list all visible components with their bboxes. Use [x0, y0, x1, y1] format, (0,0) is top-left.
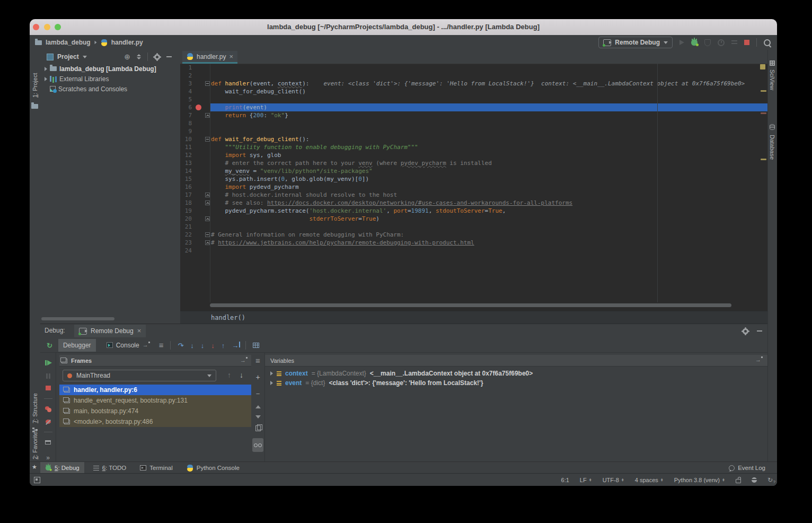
rerun-debug-button[interactable]	[47, 341, 52, 350]
settings-button[interactable]	[154, 54, 160, 60]
run-configuration-select[interactable]: Remote Debug	[598, 37, 673, 48]
layout-menu-button[interactable]	[159, 341, 164, 350]
project-horizontal-scrollbar[interactable]	[41, 317, 114, 320]
evaluate-expression-button[interactable]	[253, 343, 259, 348]
stack-frame[interactable]: main, bootstrap.py:474	[59, 406, 251, 416]
layout-menu-icon[interactable]	[255, 356, 260, 365]
line-number[interactable]: 23	[180, 239, 192, 246]
line-number[interactable]: 20	[180, 215, 192, 222]
line-number[interactable]: 11	[180, 144, 192, 151]
tree-item-external-libraries[interactable]: External Libraries	[40, 74, 180, 84]
tool-tab-database[interactable]: Database	[769, 135, 775, 160]
tree-item-scratches[interactable]: Scratches and Consoles	[40, 84, 180, 94]
line-number[interactable]: 12	[180, 152, 192, 159]
fold-end-icon[interactable]	[205, 113, 210, 118]
stack-frame[interactable]: handler, handler.py:6	[59, 385, 251, 395]
line-number[interactable]: 17	[180, 191, 192, 198]
fold-collapse-icon[interactable]	[205, 81, 210, 86]
step-into-button[interactable]	[190, 341, 194, 350]
mute-breakpoints-button[interactable]	[46, 420, 51, 424]
collapse-all-button[interactable]	[137, 54, 141, 59]
line-number[interactable]: 2	[180, 72, 192, 79]
search-everywhere-button[interactable]	[764, 39, 771, 46]
stop-debug-button[interactable]	[46, 386, 51, 390]
editor-breadcrumb[interactable]: handler()	[180, 311, 767, 324]
code-editor[interactable]: 123def handler(event, context):event: <c…	[180, 64, 767, 302]
line-number[interactable]: 10	[180, 136, 192, 143]
force-step-into-button[interactable]	[201, 341, 205, 350]
stack-frame[interactable]: <module>, bootstrap.py:486	[59, 416, 251, 427]
variable-row[interactable]: context = {LambdaContext} <__main__.Lamb…	[265, 369, 767, 378]
line-number[interactable]: 24	[180, 247, 192, 254]
next-frame-button[interactable]	[240, 371, 243, 379]
sync-icon[interactable]	[767, 476, 773, 484]
duplicate-watch-button[interactable]	[255, 425, 261, 431]
gear-icon[interactable]	[743, 328, 748, 334]
thread-select[interactable]: MainThread	[63, 370, 216, 381]
restore-layout-button[interactable]	[45, 440, 51, 444]
error-stripe-mark[interactable]	[761, 112, 766, 114]
tool-tab-sciview[interactable]: SciView	[769, 69, 775, 90]
step-into-my-code-button[interactable]	[211, 341, 215, 350]
status-indent[interactable]: 4 spaces▲▼	[635, 477, 664, 483]
editor-area[interactable]: handler.py 123def handler(event, context…	[180, 50, 767, 324]
run-button[interactable]	[679, 40, 684, 45]
coverage-button[interactable]	[704, 39, 711, 46]
chevron-right-icon[interactable]	[270, 371, 273, 376]
line-number[interactable]: 3	[180, 80, 192, 87]
status-line-separator[interactable]: LF▲▼	[580, 477, 592, 483]
show-watches-button[interactable]	[252, 438, 263, 452]
close-session-icon[interactable]	[137, 327, 142, 335]
debug-button[interactable]	[691, 39, 698, 46]
line-number[interactable]: 18	[180, 199, 192, 206]
tool-tab-todo[interactable]: 6: TODO	[89, 462, 131, 474]
editor-tab-handler-py[interactable]: handler.py	[182, 51, 237, 64]
tool-tab-debug[interactable]: 5: Debug	[40, 462, 84, 474]
breakpoint-icon[interactable]	[196, 104, 201, 110]
line-number[interactable]: 4	[180, 88, 192, 95]
fold-collapse-icon[interactable]	[205, 232, 210, 237]
fold-end-icon[interactable]	[205, 193, 210, 197]
breadcrumb-file[interactable]: handler.py	[111, 39, 143, 46]
line-number[interactable]: 5	[180, 96, 192, 103]
close-tab-icon[interactable]	[229, 53, 233, 60]
error-stripe-top-mark[interactable]	[760, 64, 765, 69]
fold-end-icon[interactable]	[205, 240, 210, 245]
line-number[interactable]: 9	[180, 128, 192, 135]
chevron-right-icon[interactable]	[45, 77, 47, 81]
line-number[interactable]: 6	[180, 104, 192, 111]
concurrency-button[interactable]	[731, 40, 737, 45]
line-number[interactable]: 14	[180, 168, 192, 175]
jump-to-icon[interactable]	[755, 357, 761, 363]
tool-tab-terminal[interactable]: Terminal	[135, 462, 177, 474]
tool-tab-favorites[interactable]: 2: Favorites	[32, 429, 38, 459]
view-breakpoints-button[interactable]	[45, 406, 49, 410]
move-watch-down-button[interactable]	[255, 415, 261, 419]
fold-end-icon[interactable]	[205, 201, 210, 205]
run-to-cursor-button[interactable]	[232, 341, 239, 350]
error-stripe-mark[interactable]	[761, 90, 766, 92]
tool-window-switcher-icon[interactable]	[34, 477, 40, 483]
line-number[interactable]: 22	[180, 231, 192, 238]
highlighting-level-icon[interactable]	[752, 477, 757, 483]
status-encoding[interactable]: UTF-8▲▼	[603, 477, 624, 483]
line-number[interactable]: 8	[180, 120, 192, 127]
pause-button[interactable]	[46, 373, 51, 378]
line-number[interactable]: 15	[180, 176, 192, 182]
add-watch-button[interactable]	[255, 372, 260, 382]
chevron-right-icon[interactable]	[45, 67, 47, 71]
select-opened-file-button[interactable]	[124, 52, 130, 62]
line-number[interactable]: 1	[180, 64, 192, 71]
tab-console[interactable]: Console	[102, 339, 153, 352]
move-watch-up-button[interactable]	[255, 405, 261, 408]
fold-collapse-icon[interactable]	[205, 137, 210, 142]
line-number[interactable]: 13	[180, 160, 192, 167]
fold-end-icon[interactable]	[205, 216, 210, 221]
debug-session-tab[interactable]: Remote Debug	[74, 325, 146, 337]
status-caret-position[interactable]: 6:1	[561, 477, 569, 483]
previous-frame-button[interactable]	[227, 371, 231, 379]
line-number[interactable]: 7	[180, 112, 192, 119]
tool-tab-structure[interactable]: 7: Structure	[32, 393, 38, 423]
hide-debug-panel-icon[interactable]	[757, 330, 762, 332]
stop-button[interactable]	[744, 40, 749, 45]
